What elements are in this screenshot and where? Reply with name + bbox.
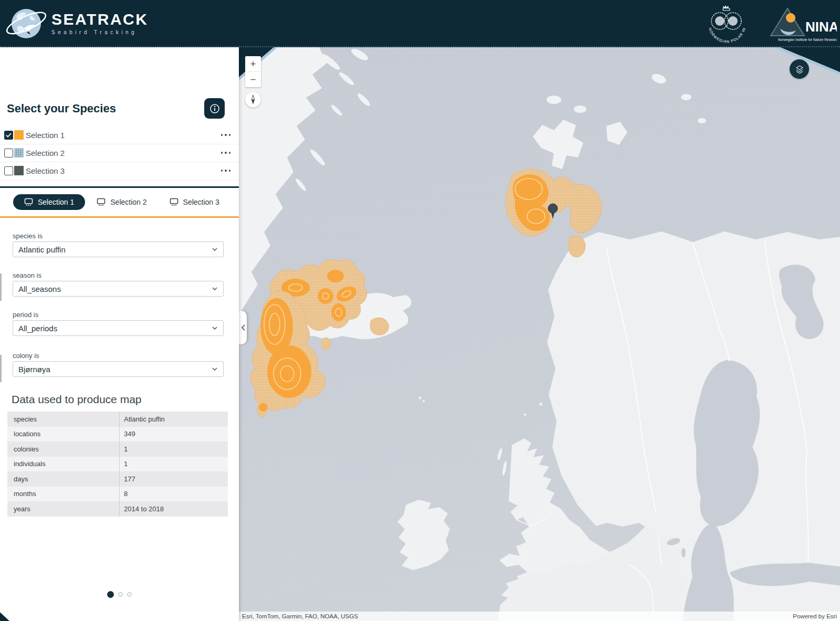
- species-filter-label: species is: [13, 232, 43, 240]
- layers-button[interactable]: [790, 59, 809, 79]
- table-row: speciesAtlantic puffin: [7, 412, 228, 427]
- divider: [0, 186, 239, 188]
- row-key: individuals: [7, 460, 119, 468]
- panel-title: Select your Species: [7, 102, 116, 115]
- row-key: months: [7, 490, 119, 498]
- info-button[interactable]: [204, 98, 225, 119]
- app-header: SEATRACK Seabird Tracking NORWEGIAN POLA…: [0, 0, 840, 47]
- row-value: Atlantic puffin: [120, 415, 165, 423]
- globe-bird-icon: [7, 4, 45, 42]
- species-panel: Select your Species Selection 1 Selectio…: [0, 47, 239, 621]
- info-icon: [209, 103, 220, 114]
- selection-2-swatch: [14, 148, 24, 157]
- zoom-out-button[interactable]: −: [245, 72, 261, 87]
- selection-2-checkbox[interactable]: [4, 149, 13, 157]
- row-key: species: [7, 415, 119, 423]
- season-select-value: All_seasons: [18, 285, 61, 293]
- period-select-value: All_periods: [18, 324, 57, 333]
- selection-row-2: Selection 2: [0, 144, 239, 162]
- selection-3-swatch: [14, 166, 24, 175]
- tab-selection-1[interactable]: Selection 1: [13, 194, 85, 210]
- zoom-in-button[interactable]: +: [245, 56, 261, 71]
- brand-name: SEATRACK: [51, 12, 148, 27]
- colony-filter-label: colony is: [13, 352, 39, 360]
- row-key: colonies: [7, 445, 119, 453]
- data-table-title: Data used to produce map: [12, 393, 142, 406]
- panel-collapse-handle[interactable]: [239, 311, 247, 344]
- chevron-down-icon: [212, 326, 218, 330]
- map-canvas[interactable]: + − Esri, TomTom, Garmin, FAO, NOAA, USG…: [239, 47, 840, 621]
- row-value: 8: [120, 490, 128, 498]
- tab-label: Selection 3: [183, 198, 219, 206]
- selection-3-checkbox[interactable]: [4, 166, 13, 175]
- data-table: speciesAtlantic puffin locations349 colo…: [7, 412, 228, 517]
- table-row: months8: [7, 487, 228, 502]
- monitor-icon: [97, 198, 106, 206]
- selection-row-1: Selection 1: [0, 126, 239, 144]
- pagination: [0, 591, 239, 598]
- table-row: locations349: [7, 427, 228, 442]
- selection-3-menu-button[interactable]: [219, 167, 233, 174]
- chevron-down-icon: [212, 247, 218, 251]
- table-row: individuals1: [7, 457, 228, 472]
- brand-tagline: Seabird Tracking: [51, 29, 148, 35]
- accent-bar: [0, 216, 239, 218]
- page-dot-3[interactable]: [127, 592, 132, 597]
- species-select[interactable]: Atlantic puffin: [13, 241, 224, 257]
- colony-select[interactable]: Bjørnøya: [13, 361, 224, 377]
- check-icon: [6, 133, 12, 138]
- chevron-down-icon: [212, 367, 218, 371]
- colony-select-value: Bjørnøya: [18, 365, 50, 374]
- row-value: 1: [120, 445, 128, 453]
- collapse-chevron-icon: [240, 324, 246, 331]
- row-value: 2014 to 2018: [120, 505, 164, 513]
- selection-1-checkbox[interactable]: [4, 131, 13, 140]
- map-attribution: Esri, TomTom, Garmin, FAO, NOAA, USGS Po…: [239, 612, 840, 621]
- selection-1-menu-button[interactable]: [219, 132, 233, 138]
- compass-needle-icon: [247, 93, 259, 106]
- row-value: 177: [120, 475, 135, 483]
- tab-selection-2[interactable]: Selection 2: [97, 198, 146, 206]
- row-value: 1: [120, 460, 128, 468]
- page-dot-2[interactable]: [118, 592, 123, 597]
- selection-tabs: Selection 1 Selection 2 Selection 3: [13, 194, 219, 210]
- corner-decoration: [0, 608, 9, 621]
- tab-label: Selection 1: [38, 198, 74, 206]
- compass-button[interactable]: [245, 92, 261, 108]
- layers-icon: [793, 63, 806, 76]
- powered-by-esri: Powered by Esri: [793, 613, 837, 619]
- zoom-controls: + −: [245, 56, 261, 87]
- table-row: colonies1: [7, 441, 228, 457]
- selection-2-label: Selection 2: [26, 149, 65, 157]
- norwegian-polar-institute-logo: NORWEGIAN POLAR INSTITUTE: [704, 4, 751, 44]
- season-select[interactable]: All_seasons: [13, 281, 224, 297]
- nina-subtitle: Norwegian Institute for Nature Research: [778, 38, 837, 42]
- page-dot-1[interactable]: [107, 591, 114, 598]
- nina-name: NINA: [805, 19, 837, 35]
- edge-tick: [0, 355, 2, 382]
- chevron-down-icon: [212, 287, 218, 291]
- tab-label: Selection 2: [110, 198, 146, 206]
- period-filter-label: period is: [13, 311, 38, 319]
- row-key: years: [7, 505, 119, 513]
- season-filter-label: season is: [13, 271, 41, 279]
- selection-1-label: Selection 1: [26, 131, 65, 140]
- table-row: years2014 to 2018: [7, 501, 228, 517]
- tab-selection-3[interactable]: Selection 3: [170, 198, 219, 206]
- edge-tick: [0, 273, 2, 301]
- monitor-icon: [170, 198, 178, 206]
- attribution-sources: Esri, TomTom, Garmin, FAO, NOAA, USGS: [242, 613, 358, 619]
- selection-row-3: Selection 3: [0, 162, 239, 180]
- period-select[interactable]: All_periods: [13, 320, 224, 336]
- monitor-icon: [24, 198, 33, 206]
- nina-logo: NINA Norwegian Institute for Nature Rese…: [768, 5, 837, 43]
- species-select-value: Atlantic puffin: [18, 245, 66, 254]
- selection-1-swatch: [14, 130, 24, 140]
- basemap: [239, 47, 840, 621]
- table-row: days177: [7, 471, 228, 487]
- row-key: locations: [7, 430, 119, 438]
- seatrack-logo: SEATRACK Seabird Tracking: [7, 4, 148, 42]
- row-value: 349: [120, 430, 135, 438]
- row-key: days: [7, 475, 119, 483]
- selection-2-menu-button[interactable]: [219, 150, 233, 156]
